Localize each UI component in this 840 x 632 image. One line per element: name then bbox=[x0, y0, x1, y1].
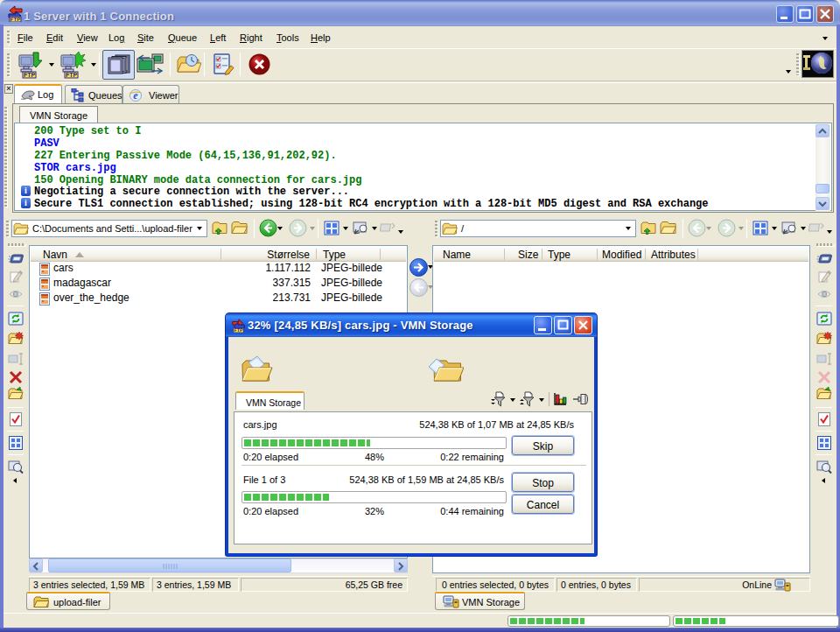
svg-text:FTP: FTP bbox=[24, 72, 36, 78]
svg-text:FTP: FTP bbox=[234, 327, 243, 333]
svg-text:FTP: FTP bbox=[66, 72, 78, 78]
svg-text:FTP: FTP bbox=[10, 17, 20, 22]
svg-text:e: e bbox=[133, 89, 138, 102]
